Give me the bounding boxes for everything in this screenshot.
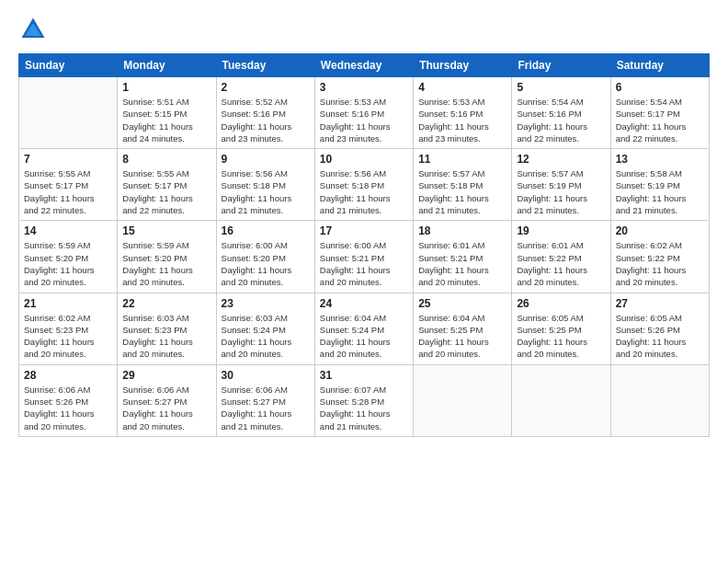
calendar-cell: 16Sunrise: 6:00 AM Sunset: 5:20 PM Dayli… (216, 221, 314, 293)
day-info: Sunrise: 6:01 AM Sunset: 5:21 PM Dayligh… (418, 239, 506, 288)
day-info: Sunrise: 5:59 AM Sunset: 5:20 PM Dayligh… (24, 239, 112, 288)
day-number: 30 (222, 369, 310, 382)
day-number: 1 (122, 81, 210, 94)
calendar-cell: 26Sunrise: 6:05 AM Sunset: 5:25 PM Dayli… (512, 293, 610, 364)
day-number: 12 (517, 153, 605, 166)
day-info: Sunrise: 5:56 AM Sunset: 5:18 PM Dayligh… (222, 167, 310, 216)
calendar-cell: 7Sunrise: 5:55 AM Sunset: 5:17 PM Daylig… (19, 149, 118, 221)
day-info: Sunrise: 5:55 AM Sunset: 5:17 PM Dayligh… (122, 167, 210, 216)
calendar-cell: 8Sunrise: 5:55 AM Sunset: 5:17 PM Daylig… (118, 149, 216, 221)
day-number: 24 (320, 297, 408, 310)
calendar-header-saturday: Saturday (610, 54, 709, 77)
day-number: 2 (222, 81, 310, 94)
calendar-cell: 14Sunrise: 5:59 AM Sunset: 5:20 PM Dayli… (19, 221, 118, 293)
day-number: 13 (616, 153, 704, 166)
day-number: 5 (517, 81, 605, 94)
calendar-cell (512, 364, 610, 436)
calendar-cell: 5Sunrise: 5:54 AM Sunset: 5:16 PM Daylig… (512, 77, 610, 149)
calendar-cell: 25Sunrise: 6:04 AM Sunset: 5:25 PM Dayli… (414, 293, 512, 364)
day-number: 23 (222, 297, 310, 310)
day-info: Sunrise: 5:57 AM Sunset: 5:18 PM Dayligh… (418, 167, 506, 216)
calendar-header-wednesday: Wednesday (314, 54, 413, 77)
calendar-cell: 19Sunrise: 6:01 AM Sunset: 5:22 PM Dayli… (512, 221, 610, 293)
day-info: Sunrise: 5:51 AM Sunset: 5:15 PM Dayligh… (122, 96, 210, 144)
day-number: 9 (222, 153, 310, 166)
calendar-cell: 21Sunrise: 6:02 AM Sunset: 5:23 PM Dayli… (19, 293, 118, 364)
day-number: 25 (418, 297, 506, 310)
calendar-cell: 11Sunrise: 5:57 AM Sunset: 5:18 PM Dayli… (414, 149, 512, 221)
calendar-cell: 17Sunrise: 6:00 AM Sunset: 5:21 PM Dayli… (314, 221, 413, 293)
calendar-header-tuesday: Tuesday (216, 54, 314, 77)
header (18, 15, 710, 44)
day-info: Sunrise: 5:53 AM Sunset: 5:16 PM Dayligh… (418, 96, 506, 144)
day-info: Sunrise: 6:04 AM Sunset: 5:24 PM Dayligh… (320, 312, 408, 361)
day-info: Sunrise: 6:02 AM Sunset: 5:23 PM Dayligh… (24, 312, 112, 361)
day-info: Sunrise: 5:54 AM Sunset: 5:17 PM Dayligh… (616, 96, 704, 144)
calendar-cell: 3Sunrise: 5:53 AM Sunset: 5:16 PM Daylig… (314, 77, 413, 149)
calendar-cell: 28Sunrise: 6:06 AM Sunset: 5:26 PM Dayli… (19, 364, 118, 436)
day-info: Sunrise: 6:07 AM Sunset: 5:28 PM Dayligh… (320, 384, 408, 432)
logo (18, 15, 51, 44)
calendar-cell: 22Sunrise: 6:03 AM Sunset: 5:23 PM Dayli… (118, 293, 216, 364)
day-number: 4 (418, 81, 506, 94)
day-info: Sunrise: 6:06 AM Sunset: 5:27 PM Dayligh… (122, 384, 210, 432)
day-info: Sunrise: 6:03 AM Sunset: 5:24 PM Dayligh… (222, 312, 310, 361)
day-info: Sunrise: 5:57 AM Sunset: 5:19 PM Dayligh… (517, 167, 605, 216)
day-info: Sunrise: 6:04 AM Sunset: 5:25 PM Dayligh… (418, 312, 506, 361)
day-number: 18 (418, 224, 506, 237)
day-number: 10 (320, 153, 408, 166)
day-info: Sunrise: 5:52 AM Sunset: 5:16 PM Dayligh… (222, 96, 310, 144)
day-info: Sunrise: 5:56 AM Sunset: 5:18 PM Dayligh… (320, 167, 408, 216)
day-number: 15 (122, 224, 210, 237)
day-number: 26 (517, 297, 605, 310)
week-row-5: 28Sunrise: 6:06 AM Sunset: 5:26 PM Dayli… (19, 364, 710, 436)
day-info: Sunrise: 6:06 AM Sunset: 5:27 PM Dayligh… (222, 384, 310, 432)
calendar-cell: 13Sunrise: 5:58 AM Sunset: 5:19 PM Dayli… (610, 149, 709, 221)
calendar-cell: 9Sunrise: 5:56 AM Sunset: 5:18 PM Daylig… (216, 149, 314, 221)
week-row-1: 1Sunrise: 5:51 AM Sunset: 5:15 PM Daylig… (19, 77, 710, 149)
calendar-cell (19, 77, 118, 149)
calendar-cell: 20Sunrise: 6:02 AM Sunset: 5:22 PM Dayli… (610, 221, 709, 293)
calendar-cell: 18Sunrise: 6:01 AM Sunset: 5:21 PM Dayli… (414, 221, 512, 293)
day-info: Sunrise: 5:58 AM Sunset: 5:19 PM Dayligh… (616, 167, 704, 216)
day-info: Sunrise: 6:01 AM Sunset: 5:22 PM Dayligh… (517, 239, 605, 288)
day-number: 7 (24, 153, 112, 166)
day-number: 6 (616, 81, 704, 94)
calendar-header-row: SundayMondayTuesdayWednesdayThursdayFrid… (19, 54, 710, 77)
day-info: Sunrise: 6:02 AM Sunset: 5:22 PM Dayligh… (616, 239, 704, 288)
day-number: 21 (24, 297, 112, 310)
page: SundayMondayTuesdayWednesdayThursdayFrid… (0, 0, 728, 563)
calendar-cell: 12Sunrise: 5:57 AM Sunset: 5:19 PM Dayli… (512, 149, 610, 221)
day-number: 19 (517, 224, 605, 237)
week-row-3: 14Sunrise: 5:59 AM Sunset: 5:20 PM Dayli… (19, 221, 710, 293)
calendar-header-friday: Friday (512, 54, 610, 77)
day-info: Sunrise: 6:06 AM Sunset: 5:26 PM Dayligh… (24, 384, 112, 432)
calendar-cell: 15Sunrise: 5:59 AM Sunset: 5:20 PM Dayli… (118, 221, 216, 293)
day-number: 11 (418, 153, 506, 166)
logo-icon (18, 15, 48, 44)
calendar-cell: 23Sunrise: 6:03 AM Sunset: 5:24 PM Dayli… (216, 293, 314, 364)
calendar-table: SundayMondayTuesdayWednesdayThursdayFrid… (18, 53, 710, 437)
calendar-cell (414, 364, 512, 436)
week-row-2: 7Sunrise: 5:55 AM Sunset: 5:17 PM Daylig… (19, 149, 710, 221)
day-number: 29 (122, 369, 210, 382)
day-number: 22 (122, 297, 210, 310)
calendar-header-sunday: Sunday (19, 54, 118, 77)
calendar-cell: 24Sunrise: 6:04 AM Sunset: 5:24 PM Dayli… (314, 293, 413, 364)
calendar-cell: 6Sunrise: 5:54 AM Sunset: 5:17 PM Daylig… (610, 77, 709, 149)
calendar-cell: 27Sunrise: 6:05 AM Sunset: 5:26 PM Dayli… (610, 293, 709, 364)
day-info: Sunrise: 6:00 AM Sunset: 5:20 PM Dayligh… (222, 239, 310, 288)
calendar-cell (610, 364, 709, 436)
day-info: Sunrise: 5:54 AM Sunset: 5:16 PM Dayligh… (517, 96, 605, 144)
week-row-4: 21Sunrise: 6:02 AM Sunset: 5:23 PM Dayli… (19, 293, 710, 364)
calendar-cell: 31Sunrise: 6:07 AM Sunset: 5:28 PM Dayli… (314, 364, 413, 436)
day-number: 3 (320, 81, 408, 94)
day-number: 14 (24, 224, 112, 237)
calendar-cell: 1Sunrise: 5:51 AM Sunset: 5:15 PM Daylig… (118, 77, 216, 149)
calendar-header-thursday: Thursday (414, 54, 512, 77)
calendar-cell: 29Sunrise: 6:06 AM Sunset: 5:27 PM Dayli… (118, 364, 216, 436)
day-number: 28 (24, 369, 112, 382)
calendar-cell: 30Sunrise: 6:06 AM Sunset: 5:27 PM Dayli… (216, 364, 314, 436)
day-info: Sunrise: 6:05 AM Sunset: 5:26 PM Dayligh… (616, 312, 704, 361)
calendar-cell: 2Sunrise: 5:52 AM Sunset: 5:16 PM Daylig… (216, 77, 314, 149)
